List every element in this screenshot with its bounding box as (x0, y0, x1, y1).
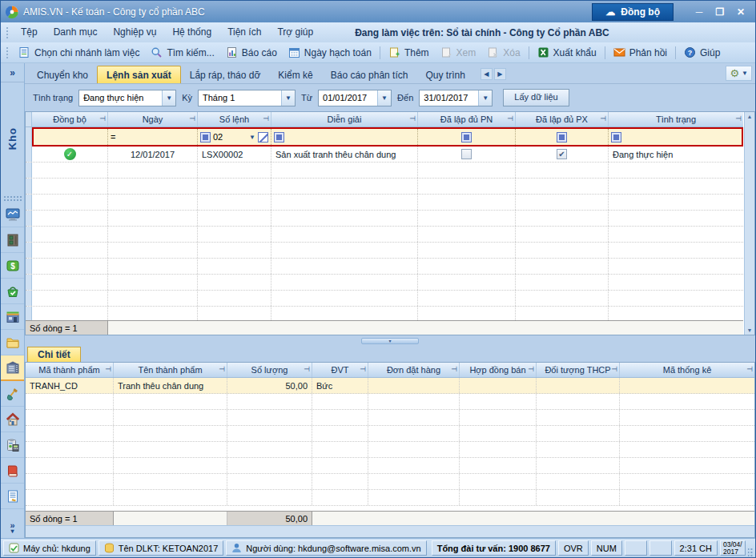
pin-icon[interactable]: ⊣ (507, 114, 513, 122)
add-button[interactable]: Thêm (383, 44, 435, 62)
feedback-button[interactable]: Phản hồi (608, 44, 673, 62)
sidebar-active-module-tab[interactable]: Kho (1, 82, 24, 195)
close-button[interactable]: ✕ (733, 6, 749, 18)
menu-he-thong[interactable]: Hệ thống (164, 22, 219, 42)
sidebar-grip[interactable] (3, 195, 22, 201)
pin-icon[interactable]: ⊣ (451, 365, 457, 373)
column-header-da-lap-du-px[interactable]: Đã lập đủ PX⊣ (516, 112, 609, 126)
tab-bao-cao-phan-tich[interactable]: Báo cáo phân tích (322, 66, 417, 83)
sidebar-overflow-button[interactable]: »▾ (1, 519, 24, 538)
sidebar-item-cash[interactable] (1, 227, 24, 253)
column-header-dong-bo[interactable]: Đồng bộ⊣ (32, 112, 108, 126)
sidebar-item-tools[interactable] (1, 381, 24, 407)
chevron-down-icon[interactable]: ▼ (281, 90, 295, 106)
menu-tien-ich[interactable]: Tiện ích (219, 22, 269, 42)
column-header-ma-thanh-pham[interactable]: Mã thành phẩm⊣ (26, 363, 114, 377)
sidebar-item-costing[interactable] (1, 432, 24, 458)
menubar-grip[interactable] (6, 26, 10, 39)
period-select[interactable]: Tháng 1 ▼ (198, 90, 296, 106)
grid-settings-button[interactable]: ⚙ ▼ (726, 66, 752, 81)
menu-tep[interactable]: Tệp (13, 22, 46, 42)
pin-icon[interactable]: ⊣ (528, 365, 534, 373)
filter-cell-dien-giai[interactable] (271, 129, 418, 145)
tab-scroll-right-icon[interactable]: ▶ (494, 68, 506, 80)
splitter-handle[interactable]: ▾ (361, 338, 419, 344)
column-header-ngay[interactable]: Ngày⊣ (108, 112, 198, 126)
pin-icon[interactable]: ⊣ (360, 365, 366, 373)
table-row[interactable]: ✓ 12/01/2017 LSX00002 Sản xuất tranh thê… (26, 147, 743, 163)
help-button[interactable]: ? Giúp (678, 44, 726, 62)
sidebar-item-fixed-assets[interactable] (1, 407, 24, 432)
export-button[interactable]: Xuất khẩu (532, 44, 602, 62)
branch-select-button[interactable]: Chọn chi nhánh làm việc (13, 44, 145, 62)
tab-kiem-ke[interactable]: Kiểm kê (269, 66, 321, 83)
filter-condition-icon[interactable] (200, 132, 211, 143)
pin-icon[interactable]: ⊣ (105, 365, 111, 373)
pin-icon[interactable]: ⊣ (189, 114, 195, 122)
column-header-doi-tuong-thcp[interactable]: Đối tượng THCP⊣ (537, 363, 620, 377)
column-header-ten-thanh-pham[interactable]: Tên thành phẩm⊣ (114, 363, 227, 377)
filter-cell-ngay[interactable]: = (108, 129, 198, 145)
filter-condition-icon[interactable] (557, 132, 567, 143)
clear-filter-icon[interactable] (258, 132, 268, 143)
column-header-da-lap-du-pn[interactable]: Đã lập đủ PN⊣ (418, 112, 516, 126)
column-header-so-luong[interactable]: Số lượng⊣ (227, 363, 312, 377)
pin-icon[interactable]: ⊣ (735, 114, 742, 122)
pin-icon[interactable]: ⊣ (219, 365, 225, 373)
minimize-button[interactable]: ─ (691, 6, 707, 18)
menu-danh-muc[interactable]: Danh mục (46, 22, 106, 42)
sidebar-item-documents[interactable] (1, 484, 24, 509)
pin-icon[interactable]: ⊣ (746, 365, 753, 373)
sync-button[interactable]: ☁ Đồng bộ (592, 3, 674, 21)
view-button[interactable]: Xem (435, 44, 482, 62)
filter-condition-icon[interactable] (274, 132, 284, 143)
sidebar-item-invoices[interactable] (1, 330, 24, 355)
da-lap-du-px-checkbox[interactable] (557, 149, 567, 159)
column-header-hop-dong-ban[interactable]: Hợp đồng bán⊣ (460, 363, 537, 377)
status-select[interactable]: Đang thực hiện ▼ (78, 90, 176, 106)
filter-cell-tinh-trang[interactable] (609, 129, 742, 145)
column-header-don-dat-hang[interactable]: Đơn đặt hàng⊣ (368, 363, 460, 377)
chevron-down-icon[interactable]: ▼ (478, 90, 492, 106)
sidebar-expand-button[interactable]: » (1, 63, 24, 82)
column-header-ma-thong-ke[interactable]: Mã thống kê⊣ (620, 363, 754, 377)
vertical-scrollbar[interactable]: ▲▼ (744, 112, 754, 335)
tab-chuyen-kho[interactable]: Chuyển kho (28, 66, 97, 83)
sidebar-item-dashboard[interactable] (1, 202, 24, 227)
tab-lap-rap-thao-do[interactable]: Lắp ráp, tháo dỡ (181, 66, 270, 83)
pin-icon[interactable]: ⊣ (611, 365, 617, 373)
posting-date-button[interactable]: Ngày hạch toán (283, 44, 377, 62)
horizontal-splitter[interactable]: ▾ (25, 335, 755, 346)
filter-condition-icon[interactable] (611, 132, 621, 143)
sidebar-item-purchase[interactable] (1, 279, 24, 304)
sidebar-item-warehouse[interactable] (1, 355, 24, 381)
sidebar-item-bank[interactable]: $ (1, 253, 24, 279)
menu-tro-giup[interactable]: Trợ giúp (269, 22, 321, 42)
filter-cell-so-lenh[interactable]: 02 ▼ (198, 129, 271, 145)
pin-icon[interactable]: ⊣ (409, 114, 416, 122)
from-date-input[interactable]: 01/01/2017 ▼ (318, 90, 392, 106)
chevron-down-icon[interactable]: ▼ (377, 90, 391, 106)
maximize-button[interactable]: ❐ (712, 6, 728, 18)
to-date-input[interactable]: 31/01/2017 ▼ (419, 90, 493, 106)
filter-cell-da-lap-du-px[interactable] (516, 129, 609, 145)
tab-chi-tiet[interactable]: Chi tiết (27, 347, 81, 362)
pin-icon[interactable]: ⊣ (600, 114, 606, 122)
resize-grip[interactable] (748, 548, 753, 557)
filter-cell-da-lap-du-pn[interactable] (418, 129, 516, 145)
pin-icon[interactable]: ⊣ (99, 114, 106, 122)
report-button[interactable]: Báo cáo (220, 44, 283, 62)
tab-lenh-san-xuat[interactable]: Lệnh sản xuất (97, 66, 181, 83)
column-header-tinh-trang[interactable]: Tình trạng⊣ (609, 112, 743, 126)
chevron-down-icon[interactable]: ▼ (249, 134, 255, 141)
sidebar-item-sales[interactable] (1, 304, 24, 330)
column-header-dvt[interactable]: ĐVT⊣ (312, 363, 368, 377)
sidebar-item-general-ledger[interactable] (1, 458, 24, 484)
tab-scroll-left-icon[interactable]: ◀ (481, 68, 493, 80)
load-data-button[interactable]: Lấy dữ liệu (503, 89, 569, 106)
column-header-so-lenh[interactable]: Số lệnh⊣ (198, 112, 271, 126)
filter-condition-icon[interactable] (461, 132, 472, 143)
da-lap-du-pn-checkbox[interactable] (461, 149, 472, 159)
chevron-down-icon[interactable]: ▼ (162, 90, 175, 106)
search-button[interactable]: Tìm kiếm... (145, 44, 219, 62)
